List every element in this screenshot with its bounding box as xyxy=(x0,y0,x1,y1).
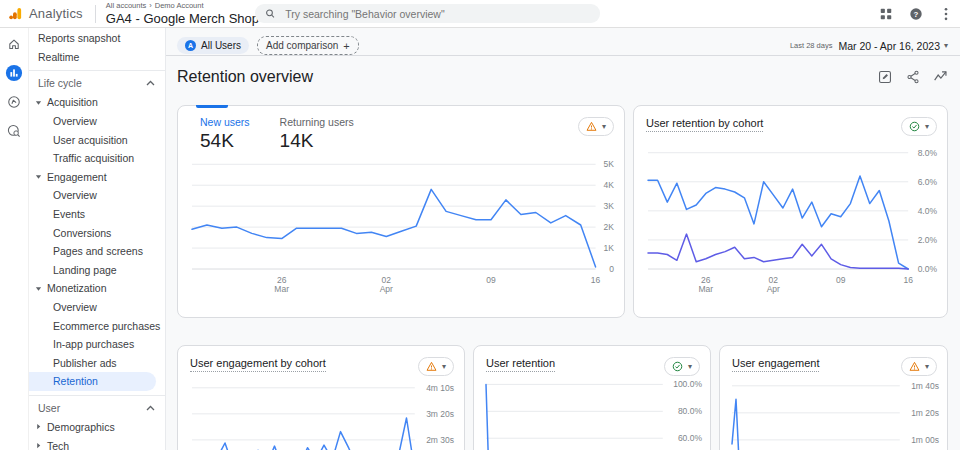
account-switcher[interactable]: All accounts › Demo Account GA4 - Google… xyxy=(106,2,267,25)
svg-text:0.0%: 0.0% xyxy=(918,264,938,274)
card-user-engagement: User engagement ▾ 1m 00s1m 20s1m 40s xyxy=(719,345,948,450)
svg-text:8.0%: 8.0% xyxy=(918,148,938,158)
sidebar-item-retention[interactable]: Retention xyxy=(29,372,156,391)
explore-icon[interactable] xyxy=(5,93,23,111)
header-divider xyxy=(95,5,96,23)
app-header: Analytics All accounts › Demo Account GA… xyxy=(0,0,960,28)
svg-text:60.0%: 60.0% xyxy=(678,433,703,443)
sidebar-item-tech[interactable]: Tech xyxy=(29,436,165,450)
metric-tab-new-users[interactable]: New users 54K xyxy=(200,116,250,152)
metric-tab-indicator xyxy=(196,105,228,108)
sidebar-item-events[interactable]: Events xyxy=(29,205,165,224)
sidebar-item-engagement[interactable]: Engagement xyxy=(29,168,165,187)
search-bar[interactable] xyxy=(255,4,600,23)
metric-label: Returning users xyxy=(280,116,354,128)
sidebar-item-conversions[interactable]: Conversions xyxy=(29,223,165,242)
sidebar-item-label: Publisher ads xyxy=(53,357,117,369)
sidebar-item-user-acquisition[interactable]: User acquisition xyxy=(29,130,165,149)
sidebar-item-overview[interactable]: Overview xyxy=(29,112,165,131)
card-title: User retention by cohort xyxy=(646,117,763,132)
comparison-a-badge: A xyxy=(185,40,196,51)
all-users-chip[interactable]: A All Users xyxy=(177,37,249,54)
sidebar-item-landing-page[interactable]: Landing page xyxy=(29,261,165,280)
card-user-retention-by-cohort: User retention by cohort ▾ 0.0%2.0%4.0%6… xyxy=(633,105,948,318)
sidebar-item-overview[interactable]: Overview xyxy=(29,298,165,317)
users-trend-chart[interactable]: 01K2K3K4K5K26Mar02Apr0916 xyxy=(188,150,616,295)
svg-text:16: 16 xyxy=(903,275,913,285)
add-comparison-chip[interactable]: Add comparison + xyxy=(257,36,359,55)
svg-text:3m 20s: 3m 20s xyxy=(426,409,454,419)
svg-text:09: 09 xyxy=(486,275,496,285)
section-label: Life cycle xyxy=(38,77,82,89)
advertising-icon[interactable] xyxy=(5,122,23,140)
account-name: GA4 - Google Merch Shop xyxy=(106,12,259,25)
insight-status-pill[interactable]: ▾ xyxy=(578,117,614,136)
edit-report-button[interactable] xyxy=(877,70,892,85)
sidebar-item-pages-and-screens[interactable]: Pages and screens xyxy=(29,242,165,261)
retention-cohort-chart[interactable]: 0.0%2.0%4.0%6.0%8.0%26Mar02Apr0916 xyxy=(644,136,939,295)
sidebar-section-life-cycle[interactable]: Life cycle xyxy=(29,73,165,93)
sidebar-section-user[interactable]: User xyxy=(29,398,165,418)
app-name: Analytics xyxy=(29,6,83,21)
sidebar-item-demographics[interactable]: Demographics xyxy=(29,418,165,437)
report-title-row: Retention overview xyxy=(177,65,948,89)
svg-text:1m 20s: 1m 20s xyxy=(911,408,939,418)
sidebar-item-realtime[interactable]: Realtime xyxy=(29,48,165,67)
svg-text:2m 30s: 2m 30s xyxy=(426,435,454,445)
svg-text:09: 09 xyxy=(836,275,846,285)
sidebar-item-reports-snapshot[interactable]: Reports snapshot xyxy=(29,29,165,48)
breadcrumb-demo-account: Demo Account xyxy=(155,2,204,10)
sidebar-item-overview[interactable]: Overview xyxy=(29,186,165,205)
home-icon[interactable] xyxy=(5,35,23,53)
warning-icon xyxy=(586,121,597,132)
sidebar-item-label: Demographics xyxy=(47,421,115,433)
sidebar-item-label: Overview xyxy=(53,115,97,127)
help-icon[interactable]: ? xyxy=(908,6,924,22)
more-options-kebab-icon[interactable] xyxy=(938,6,954,22)
chevron-up-icon xyxy=(146,405,155,411)
svg-text:1m 40s: 1m 40s xyxy=(911,381,939,391)
sidebar-item-ecommerce-purchases[interactable]: Ecommerce purchases xyxy=(29,316,165,335)
svg-text:6.0%: 6.0% xyxy=(918,177,938,187)
svg-text:80.0%: 80.0% xyxy=(678,406,703,416)
arrow-down-icon xyxy=(34,173,42,181)
arrow-right-icon xyxy=(34,423,42,431)
breadcrumb-all-accounts: All accounts xyxy=(106,2,146,10)
sidebar-item-in-app-purchases[interactable]: In-app purchases xyxy=(29,335,165,354)
sidebar-item-publisher-ads[interactable]: Publisher ads xyxy=(29,354,165,373)
warning-icon xyxy=(426,361,437,372)
chevron-down-icon: ▾ xyxy=(925,122,929,131)
engagement-cohort-chart[interactable]: 2m 30s3m 20s4m 10s xyxy=(188,372,456,450)
search-input[interactable] xyxy=(283,7,590,21)
share-report-button[interactable] xyxy=(905,70,920,85)
user-engagement-chart[interactable]: 1m 00s1m 20s1m 40s xyxy=(728,367,941,450)
date-range-picker[interactable]: Last 28 days Mar 20 - Apr 16, 2023 ▾ xyxy=(790,40,948,52)
sidebar-item-acquisition[interactable]: Acquisition xyxy=(29,93,165,112)
svg-text:?: ? xyxy=(914,9,919,18)
sidebar-item-label: Pages and screens xyxy=(53,245,143,257)
metric-tab-returning-users[interactable]: Returning users 14K xyxy=(280,116,354,152)
apps-grid-icon[interactable] xyxy=(878,6,894,22)
search-icon xyxy=(265,8,275,19)
svg-text:100.0%: 100.0% xyxy=(673,379,702,389)
insight-status-pill[interactable]: ▾ xyxy=(901,117,937,136)
card-title: User retention xyxy=(486,357,555,372)
insights-button[interactable] xyxy=(933,70,948,85)
nav-divider xyxy=(29,70,165,71)
sidebar-item-label: In-app purchases xyxy=(53,338,134,350)
user-retention-chart[interactable]: 60.0%80.0%100.0% xyxy=(482,371,704,450)
sidebar-item-monetization[interactable]: Monetization xyxy=(29,279,165,298)
sidebar-item-label: Ecommerce purchases xyxy=(53,320,160,332)
date-range-value: Mar 20 - Apr 16, 2023 xyxy=(838,40,940,52)
svg-text:Apr: Apr xyxy=(767,284,780,294)
svg-text:1K: 1K xyxy=(604,243,615,253)
analytics-logo[interactable]: Analytics xyxy=(0,6,93,21)
reports-icon-selected[interactable] xyxy=(5,64,23,82)
sidebar-item-traffic-acquisition[interactable]: Traffic acquisition xyxy=(29,149,165,168)
sidebar-item-label: Overview xyxy=(53,301,97,313)
svg-text:2.0%: 2.0% xyxy=(918,235,938,245)
svg-text:5K: 5K xyxy=(604,159,615,169)
sidebar-item-label: Realtime xyxy=(38,51,79,63)
arrow-down-icon xyxy=(34,98,42,106)
card-title: User engagement by cohort xyxy=(190,357,326,372)
